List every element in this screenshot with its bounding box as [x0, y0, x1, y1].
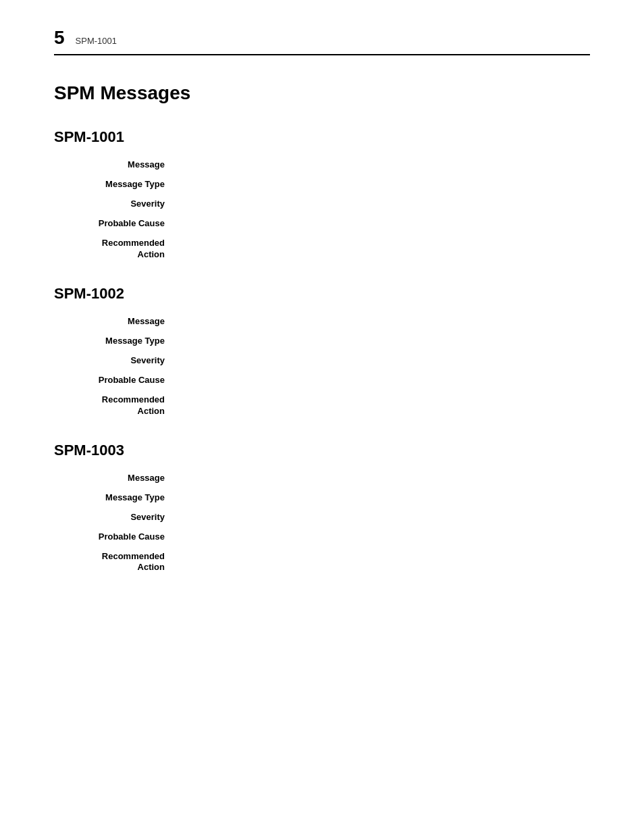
- field-label-SPM-1003-0: Message: [68, 473, 176, 483]
- field-row-SPM-1001-4: RecommendedAction: [54, 238, 590, 261]
- chapter-title: SPM Messages: [54, 82, 590, 104]
- section-SPM-1001: SPM-1001MessageMessage TypeSeverityProba…: [54, 128, 590, 261]
- field-label-SPM-1003-2: Severity: [68, 512, 176, 522]
- field-row-SPM-1001-1: Message Type: [54, 179, 590, 189]
- field-value-SPM-1002-2: [176, 355, 590, 365]
- field-label-SPM-1003-1: Message Type: [68, 492, 176, 502]
- field-value-SPM-1001-4: [176, 238, 590, 261]
- field-label-SPM-1002-4: RecommendedAction: [68, 394, 176, 417]
- field-row-SPM-1002-4: RecommendedAction: [54, 394, 590, 417]
- sections-container: SPM-1001MessageMessage TypeSeverityProba…: [54, 128, 590, 573]
- field-value-SPM-1003-0: [176, 473, 590, 483]
- section-SPM-1002: SPM-1002MessageMessage TypeSeverityProba…: [54, 285, 590, 417]
- page-number: 5: [54, 27, 65, 49]
- field-label-SPM-1002-1: Message Type: [68, 336, 176, 346]
- field-value-SPM-1002-0: [176, 316, 590, 326]
- field-label-SPM-1003-3: Probable Cause: [68, 531, 176, 542]
- field-label-SPM-1003-4: RecommendedAction: [68, 551, 176, 574]
- section-title-SPM-1001: SPM-1001: [54, 128, 590, 146]
- field-value-SPM-1001-0: [176, 159, 590, 170]
- field-label-SPM-1002-0: Message: [68, 316, 176, 326]
- field-value-SPM-1003-4: [176, 551, 590, 574]
- field-value-SPM-1001-1: [176, 179, 590, 189]
- page-header: 5 SPM-1001: [54, 27, 590, 55]
- field-row-SPM-1002-2: Severity: [54, 355, 590, 365]
- section-SPM-1003: SPM-1003MessageMessage TypeSeverityProba…: [54, 442, 590, 574]
- field-row-SPM-1002-0: Message: [54, 316, 590, 326]
- field-row-SPM-1003-1: Message Type: [54, 492, 590, 502]
- section-title-SPM-1002: SPM-1002: [54, 285, 590, 303]
- field-row-SPM-1002-1: Message Type: [54, 336, 590, 346]
- field-label-SPM-1001-3: Probable Cause: [68, 218, 176, 228]
- field-label-SPM-1001-0: Message: [68, 159, 176, 170]
- field-row-SPM-1001-2: Severity: [54, 199, 590, 209]
- field-value-SPM-1003-2: [176, 512, 590, 522]
- field-value-SPM-1003-3: [176, 531, 590, 542]
- field-value-SPM-1001-3: [176, 218, 590, 228]
- field-label-SPM-1002-3: Probable Cause: [68, 375, 176, 385]
- field-row-SPM-1003-2: Severity: [54, 512, 590, 522]
- field-label-SPM-1001-1: Message Type: [68, 179, 176, 189]
- field-row-SPM-1002-3: Probable Cause: [54, 375, 590, 385]
- field-value-SPM-1002-4: [176, 394, 590, 417]
- field-row-SPM-1001-0: Message: [54, 159, 590, 170]
- field-value-SPM-1002-3: [176, 375, 590, 385]
- field-label-SPM-1001-2: Severity: [68, 199, 176, 209]
- field-row-SPM-1003-4: RecommendedAction: [54, 551, 590, 574]
- field-row-SPM-1003-3: Probable Cause: [54, 531, 590, 542]
- section-title-SPM-1003: SPM-1003: [54, 442, 590, 459]
- field-value-SPM-1003-1: [176, 492, 590, 502]
- field-label-SPM-1002-2: Severity: [68, 355, 176, 365]
- field-value-SPM-1002-1: [176, 336, 590, 346]
- field-label-SPM-1001-4: RecommendedAction: [68, 238, 176, 261]
- page-subtitle: SPM-1001: [76, 36, 117, 46]
- field-row-SPM-1001-3: Probable Cause: [54, 218, 590, 228]
- field-value-SPM-1001-2: [176, 199, 590, 209]
- field-row-SPM-1003-0: Message: [54, 473, 590, 483]
